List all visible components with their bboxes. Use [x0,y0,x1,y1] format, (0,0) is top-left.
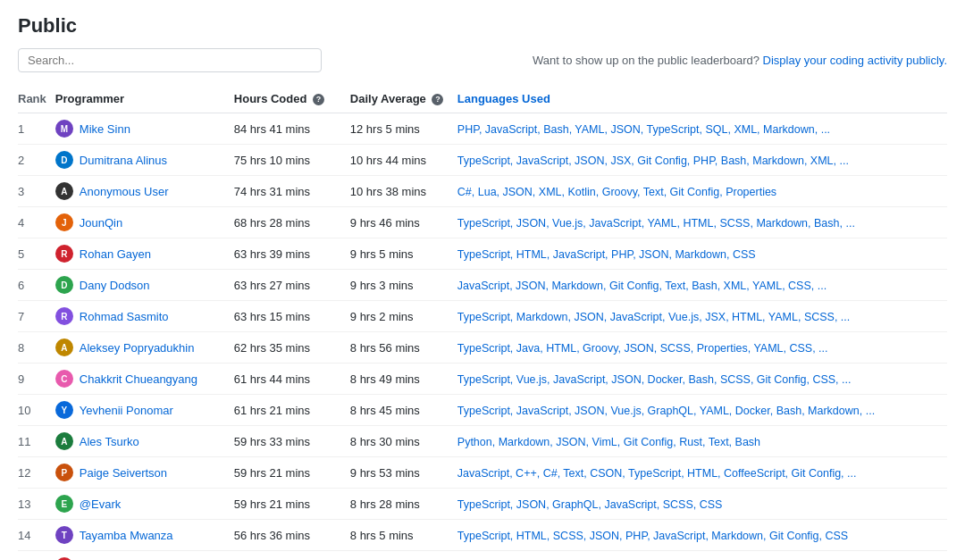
cell-programmer: MMike Sinn [55,113,234,145]
search-input[interactable] [18,48,322,72]
cell-programmer: AAnonymous User [55,176,234,207]
cell-languages: C#, Lua, JSON, XML, Kotlin, Groovy, Text… [457,176,947,207]
table-row: 13E@Evark59 hrs 21 mins8 hrs 28 minsType… [18,489,947,520]
table-row: 9CChakkrit Chueangyang61 hrs 44 mins8 hr… [18,364,947,395]
programmer-link[interactable]: Ales Tsurko [80,435,139,448]
programmer-link[interactable]: Mike Sinn [80,122,130,136]
col-header-programmer: Programmer [55,85,234,113]
hours-info-icon[interactable]: ? [313,94,324,105]
cell-languages: TypeScript, Markdown, JSON, JavaScript, … [457,301,947,332]
cell-programmer: EEduard Urbach [55,551,234,560]
cell-daily: 10 hrs 44 mins [350,145,457,176]
languages-text: Python, Markdown, JSON, VimL, Git Config… [457,436,760,448]
avatar: A [55,339,73,356]
cell-hours: 68 hrs 28 mins [234,207,350,238]
col-header-daily: Daily Average ? [350,85,457,113]
col-header-rank: Rank [18,85,55,113]
languages-text: TypeScript, JSON, Vue.js, JavaScript, YA… [457,217,855,230]
languages-text: JavaScript, C++, C#, Text, CSON, TypeScr… [457,467,857,480]
programmer-link[interactable]: @Evark [80,497,121,511]
table-row: 4JJounQin68 hrs 28 mins9 hrs 46 minsType… [18,207,947,238]
avatar: A [55,432,73,450]
cell-daily: 8 hrs 49 mins [350,364,457,395]
cell-daily: 8 hrs 28 mins [350,489,457,520]
cell-hours: 59 hrs 33 mins [234,426,350,457]
cell-languages: TypeScript, Vue.js, JavaScript, JSON, Do… [457,364,947,395]
cell-languages: TypeScript, HTML, JavaScript, PHP, JSON,… [457,238,947,270]
cell-rank: 6 [18,270,55,301]
cell-programmer: CChakkrit Chueangyang [55,364,234,395]
table-row: 2DDumitrana Alinus75 hrs 10 mins10 hrs 4… [18,145,947,176]
table-row: 12PPaige Seivertson59 hrs 21 mins9 hrs 5… [18,457,947,489]
cell-hours: 63 hrs 15 mins [234,301,350,332]
cell-languages: TypeScript, HTML, SCSS, JSON, PHP, JavaS… [457,520,947,551]
cell-hours: 74 hrs 31 mins [234,176,350,207]
table-row: 14TTayamba Mwanza56 hrs 36 mins8 hrs 5 m… [18,520,947,551]
cell-daily: 12 hrs 5 mins [350,113,457,145]
cell-programmer: TTayamba Mwanza [55,520,234,551]
cell-daily: 8 hrs 5 mins [350,520,457,551]
avatar: D [55,276,73,294]
programmer-link[interactable]: Tayamba Mwanza [80,529,173,542]
avatar: R [55,245,73,263]
programmer-link[interactable]: Anonymous User [80,185,169,198]
cell-hours: 61 hrs 44 mins [234,364,350,395]
programmer-link[interactable]: Yevhenii Ponomar [80,404,173,417]
cell-hours: 55 hrs 56 mins [234,551,350,560]
table-row: 8AAleksey Popryadukhin62 hrs 35 mins8 hr… [18,332,947,364]
cell-languages: TypeScript, Java, HTML, Groovy, JSON, SC… [457,332,947,364]
programmer-link[interactable]: Dany Dodson [80,279,150,292]
cell-programmer: E@Evark [55,489,234,520]
programmer-link[interactable]: JounQin [80,216,122,230]
cell-hours: 56 hrs 36 mins [234,520,350,551]
cell-rank: 10 [18,395,55,426]
daily-info-icon[interactable]: ? [432,94,443,105]
cell-programmer: DDumitrana Alinus [55,145,234,176]
languages-text: TypeScript, HTML, JavaScript, PHP, JSON,… [457,248,756,261]
col-header-hours: Hours Coded ? [234,85,350,113]
table-row: 3AAnonymous User74 hrs 31 mins10 hrs 38 … [18,176,947,207]
cell-programmer: AAles Tsurko [55,426,234,457]
languages-text: TypeScript, Markdown, JSON, JavaScript, … [457,311,851,323]
cell-programmer: PPaige Seivertson [55,457,234,489]
cell-programmer: DDany Dodson [55,270,234,301]
table-row: 6DDany Dodson63 hrs 27 mins9 hrs 3 minsJ… [18,270,947,301]
cell-hours: 84 hrs 41 mins [234,113,350,145]
programmer-link[interactable]: Rohan Gayen [80,247,151,261]
cell-daily: 9 hrs 53 mins [350,457,457,489]
avatar: E [55,495,73,513]
languages-text: TypeScript, JavaScript, JSON, Vue.js, Gr… [457,405,875,417]
cell-programmer: RRohmad Sasmito [55,301,234,332]
avatar: C [55,370,73,388]
cell-rank: 8 [18,332,55,364]
avatar: P [55,464,73,481]
languages-text: TypeScript, HTML, SCSS, JSON, PHP, JavaS… [457,530,848,542]
cell-daily: 9 hrs 5 mins [350,238,457,270]
table-row: 5RRohan Gayen63 hrs 39 mins9 hrs 5 minsT… [18,238,947,270]
table-row: 11AAles Tsurko59 hrs 33 mins8 hrs 30 min… [18,426,947,457]
cell-hours: 59 hrs 21 mins [234,457,350,489]
cell-languages: TypeScript, JavaScript, JSON, JSX, Git C… [457,145,947,176]
languages-text: TypeScript, JavaScript, JSON, JSX, Git C… [457,155,849,167]
cell-rank: 13 [18,489,55,520]
programmer-link[interactable]: Aleksey Popryadukhin [80,341,195,355]
cell-hours: 59 hrs 21 mins [234,489,350,520]
languages-text: TypeScript, Vue.js, JavaScript, JSON, Do… [457,373,852,386]
programmer-link[interactable]: Rohmad Sasmito [80,310,169,323]
programmer-link[interactable]: Chakkrit Chueangyang [80,372,197,386]
cell-daily: 9 hrs 3 mins [350,270,457,301]
top-bar: Want to show up on the public leaderboar… [18,48,947,72]
programmer-link[interactable]: Paige Seivertson [80,466,167,480]
leaderboard-table: Rank Programmer Hours Coded ? Daily Aver… [18,85,947,560]
cell-rank: 1 [18,113,55,145]
avatar: Y [55,401,73,419]
table-row: 10YYevhenii Ponomar61 hrs 21 mins8 hrs 4… [18,395,947,426]
programmer-link[interactable]: Dumitrana Alinus [80,154,167,167]
display-activity-link[interactable]: Display your coding activity publicly. [763,54,947,67]
languages-text: TypeScript, Java, HTML, Groovy, JSON, SC… [457,342,828,355]
cell-rank: 15 [18,551,55,560]
cell-languages: TypeScript, JavaScript, JSON, Vue.js, Gr… [457,395,947,426]
cell-rank: 7 [18,301,55,332]
page-title: Public [18,14,947,38]
table-row: 15EEduard Urbach55 hrs 56 mins7 hrs 59 m… [18,551,947,560]
